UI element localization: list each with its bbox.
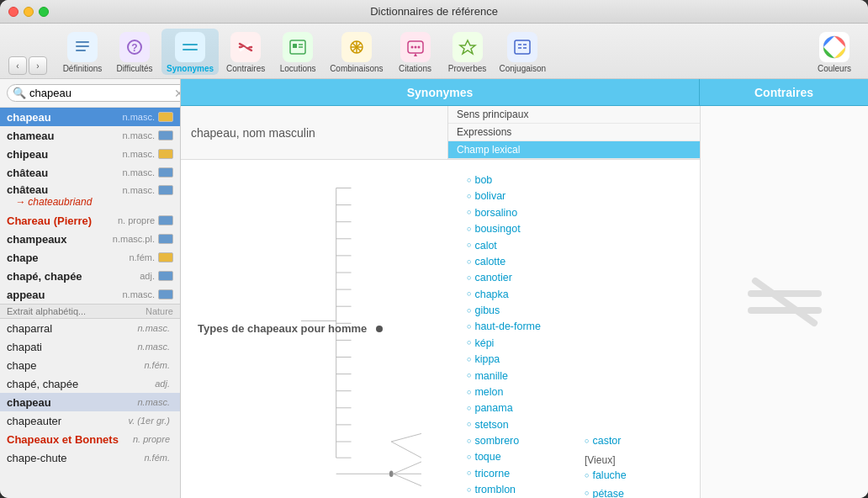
tool-citations[interactable]: Citations	[390, 29, 441, 75]
tool-conjugaison[interactable]: Conjugaison	[495, 29, 552, 75]
item-type: adj.	[140, 271, 155, 281]
list-item-chapeau-selected[interactable]: chapeau n.masc.	[0, 393, 180, 411]
item-type: n.fém.	[144, 453, 170, 463]
tool-couleurs[interactable]: Couleurs	[809, 29, 860, 75]
tool-contraires[interactable]: Contraires	[220, 29, 271, 75]
item-word: chapeauter	[7, 415, 128, 427]
sidebar-item-chapeau[interactable]: chapeau n.masc.	[0, 108, 180, 126]
back-button[interactable]: ‹	[8, 56, 27, 75]
syn-word-sombrero[interactable]: sombrero	[467, 433, 541, 449]
search-icon: 🔍	[13, 87, 26, 99]
item-type: adj.	[155, 379, 170, 389]
search-input[interactable]	[29, 87, 171, 99]
contraires-tab[interactable]: Contraires	[700, 79, 868, 105]
item-type: n.masc.pl.	[113, 234, 155, 244]
tool-definitions[interactable]: Définitions	[57, 29, 108, 75]
color-swatch	[158, 112, 173, 122]
synonymes-tab[interactable]: Synonymes	[181, 79, 699, 105]
sidebar-item-champeaux[interactable]: champeaux n.masc.pl.	[0, 230, 180, 248]
sense-item-champ[interactable]: Champ lexical	[448, 141, 700, 159]
color-swatch	[158, 185, 173, 195]
syn-word-canotier[interactable]: canotier	[467, 270, 541, 286]
sidebar-item-chareau[interactable]: Chareau (Pierre) n. propre	[0, 211, 180, 230]
item-type: n. propre	[133, 434, 170, 444]
syn-word-tromblon[interactable]: tromblon	[467, 482, 541, 498]
syn-word-kepi[interactable]: képi	[467, 336, 541, 352]
syn-word-petase[interactable]: pétase	[585, 486, 627, 498]
search-clear-button[interactable]: ✕	[174, 87, 181, 99]
syn-word-borsalino[interactable]: borsalino	[467, 205, 541, 221]
sidebar-item-chape-chapee[interactable]: chapé, chapée adj.	[0, 267, 180, 285]
couleurs-label: Couleurs	[818, 64, 851, 73]
syn-word-castor[interactable]: castor	[585, 433, 627, 449]
word-title: chapeau, nom masculin	[191, 125, 315, 140]
svg-rect-2	[76, 50, 86, 51]
syn-word-calot[interactable]: calot	[467, 238, 541, 254]
syn-word-melon[interactable]: melon	[467, 384, 541, 400]
conjugaison-icon	[507, 32, 537, 62]
sense-item-principal[interactable]: Sens principaux	[448, 106, 700, 124]
item-word: chape	[7, 359, 144, 372]
item-word: appeau	[7, 289, 122, 301]
item-word: chapeau	[7, 111, 122, 124]
minimize-button[interactable]	[24, 7, 34, 17]
syn-word-tricorne[interactable]: tricorne	[467, 466, 541, 482]
sidebar-item-chameau[interactable]: chameau n.masc.	[0, 126, 180, 145]
tool-difficultes[interactable]: ? Difficultés	[109, 29, 160, 75]
main-content: 🔍 ✕ chapeau n.masc. chameau n.masc.	[0, 79, 868, 498]
tool-combinaisons[interactable]: Combinaisons	[325, 29, 388, 75]
couleurs-icon	[819, 32, 849, 62]
syn-word-manille[interactable]: manille	[467, 368, 541, 384]
svg-rect-25	[515, 40, 530, 54]
color-swatch	[158, 130, 173, 140]
syn-word-panama[interactable]: panama	[467, 400, 541, 416]
sidebar-item-chateau-redirect[interactable]: château n.masc. → chateaubriand	[0, 182, 180, 211]
sidebar-item-chateau[interactable]: château n.masc.	[0, 163, 180, 182]
list-item-chapati[interactable]: chapati n.masc.	[0, 337, 180, 356]
color-swatch	[158, 252, 173, 262]
content-header: Synonymes Contraires	[181, 79, 868, 106]
list-item-chape2[interactable]: chape n.fém.	[0, 356, 180, 374]
color-swatch	[158, 271, 173, 281]
syn-word-bolivar[interactable]: bolivar	[467, 188, 541, 204]
tool-locutions[interactable]: Locutions	[273, 29, 323, 75]
maximize-button[interactable]	[39, 7, 49, 17]
syn-word-toque[interactable]: toque	[467, 449, 541, 465]
title-bar: Dictionnaires de référence	[0, 0, 868, 24]
list-item-chape-chute[interactable]: chape-chute n.fém.	[0, 448, 180, 467]
syn-word-stetson[interactable]: stetson	[467, 417, 541, 433]
conjugaison-label: Conjugaison	[500, 64, 547, 73]
item-type: n.fém.	[144, 360, 170, 370]
item-type: v. (1er gr.)	[128, 416, 170, 426]
sidebar-item-chipeau[interactable]: chipeau n.masc.	[0, 145, 180, 163]
close-button[interactable]	[8, 7, 19, 17]
list-item-chape-chapee2[interactable]: chapé, chapée adj.	[0, 374, 180, 393]
forward-button[interactable]: ›	[29, 56, 47, 75]
list-item-chaparral[interactable]: chaparral n.masc.	[0, 319, 180, 337]
svg-line-55	[394, 462, 421, 474]
svg-point-24	[417, 46, 420, 49]
vieux-label: [Vieux]	[585, 454, 627, 466]
item-type: n.fém.	[129, 252, 155, 262]
syn-word-bousingot[interactable]: bousingot	[467, 221, 541, 237]
tool-proverbes[interactable]: Proverbes	[442, 29, 493, 75]
list-item-chapeaux-bonnets[interactable]: Chapeaux et Bonnets n. propre	[0, 430, 180, 448]
sidebar-item-appeau[interactable]: appeau n.masc.	[0, 285, 180, 304]
synonymes-icon	[175, 32, 205, 62]
search-input-wrap: 🔍 ✕	[7, 84, 181, 102]
syn-word-chapka[interactable]: chapka	[467, 287, 541, 303]
sense-item-expressions[interactable]: Expressions	[448, 124, 700, 141]
syn-word-kippa[interactable]: kippa	[467, 352, 541, 368]
syn-word-gibus[interactable]: gibus	[467, 303, 541, 319]
item-word: chaparral	[7, 322, 137, 335]
syn-word-bob[interactable]: bob	[467, 172, 541, 188]
sidebar-item-chape[interactable]: chape n.fém.	[0, 248, 180, 267]
syn-word-calotte[interactable]: calotte	[467, 254, 541, 270]
syn-word-haut-de-forme[interactable]: haut-de-forme	[467, 319, 541, 335]
syn-word-faluche[interactable]: faluche	[585, 468, 627, 484]
item-type: n. propre	[118, 215, 155, 225]
svg-point-23	[414, 46, 416, 49]
content-area: Synonymes Contraires chapeau, nom mascul…	[181, 79, 868, 498]
list-item-chapeauter[interactable]: chapeauter v. (1er gr.)	[0, 411, 180, 430]
tool-synonymes[interactable]: Synonymes	[161, 29, 219, 75]
